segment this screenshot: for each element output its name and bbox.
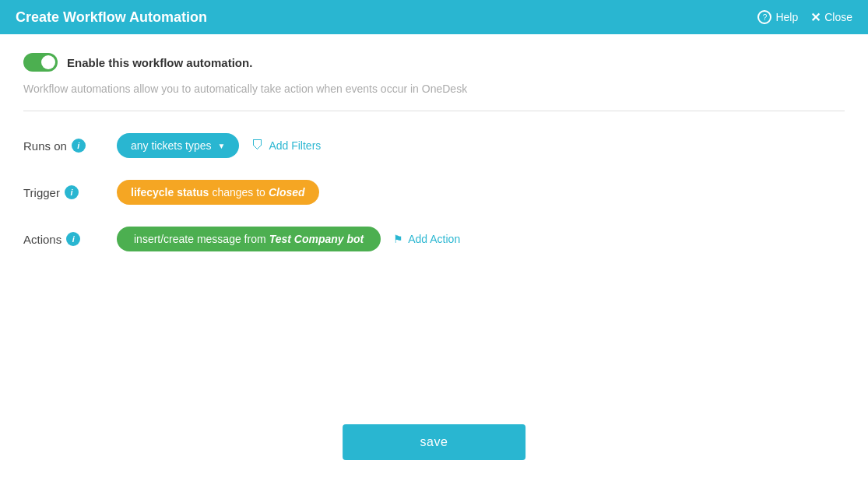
close-icon: ✕ [810, 10, 821, 25]
runs-on-label: Runs on i [23, 139, 117, 153]
page-title: Create Workflow Automation [16, 9, 207, 26]
runs-on-info-icon[interactable]: i [72, 139, 86, 153]
trigger-info-icon[interactable]: i [65, 185, 79, 199]
divider [23, 111, 845, 111]
flag-icon: ⚑ [393, 233, 403, 245]
trigger-pill[interactable]: lifecycle status changes to Closed [117, 180, 319, 205]
content: Enable this workflow automation. Workflo… [0, 34, 868, 292]
help-icon: ? [757, 10, 771, 24]
close-button[interactable]: ✕ Close [810, 10, 852, 25]
trigger-controls: lifecycle status changes to Closed [117, 180, 319, 205]
trigger-label: Trigger i [23, 185, 117, 199]
actions-row: Actions i insert/create message from Tes… [23, 227, 845, 251]
trigger-value: Closed [269, 186, 305, 199]
actions-label: Actions i [23, 232, 117, 246]
close-label: Close [824, 11, 852, 23]
help-button[interactable]: ? Help [757, 10, 798, 24]
add-action-button[interactable]: ⚑ Add Action [393, 233, 460, 245]
header: Create Workflow Automation ? Help ✕ Clos… [0, 0, 868, 34]
trigger-key: lifecycle status [131, 186, 209, 199]
actions-info-icon[interactable]: i [66, 232, 80, 246]
add-action-label: Add Action [408, 233, 460, 245]
runs-on-pill[interactable]: any tickets types ▼ [117, 133, 239, 158]
dropdown-caret-icon: ▼ [218, 142, 226, 150]
trigger-connector: changes to [212, 186, 265, 199]
help-label: Help [775, 11, 798, 23]
header-actions: ? Help ✕ Close [757, 10, 852, 25]
runs-on-controls: any tickets types ▼ ⛉ Add Filters [117, 133, 321, 158]
runs-on-pill-text: any tickets types [131, 139, 212, 152]
trigger-row: Trigger i lifecycle status changes to Cl… [23, 180, 845, 205]
actions-controls: insert/create message from Test Company … [117, 227, 460, 251]
save-button[interactable]: save [343, 424, 526, 460]
enable-toggle[interactable] [23, 53, 58, 72]
runs-on-row: Runs on i any tickets types ▼ ⛉ Add Filt… [23, 133, 845, 158]
filter-icon: ⛉ [251, 139, 264, 153]
action-pill[interactable]: insert/create message from Test Company … [117, 227, 381, 251]
toggle-label: Enable this workflow automation. [67, 56, 252, 69]
save-row: save [343, 424, 526, 460]
toggle-row: Enable this workflow automation. [23, 53, 845, 72]
add-filters-button[interactable]: ⛉ Add Filters [251, 139, 321, 153]
action-prefix: insert/create message from [134, 233, 266, 245]
action-value: Test Company bot [269, 233, 364, 245]
add-filters-label: Add Filters [269, 139, 321, 152]
description-text: Workflow automations allow you to automa… [23, 83, 845, 95]
